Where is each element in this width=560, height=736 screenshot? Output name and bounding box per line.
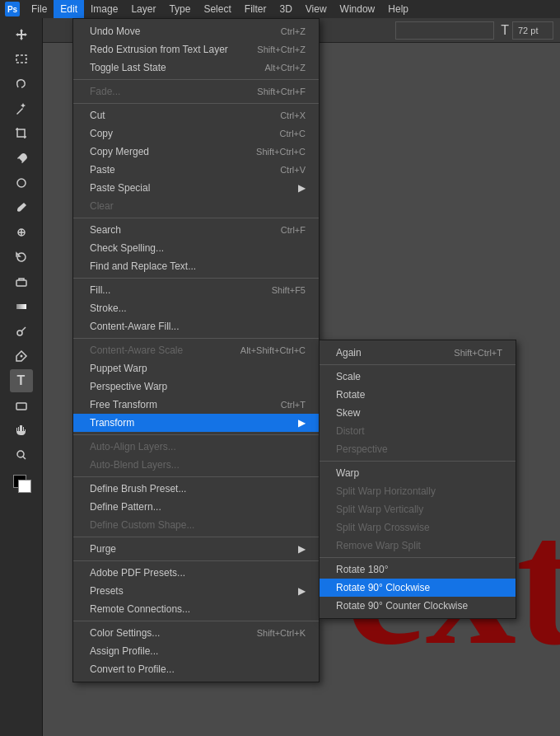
menu-define-brush[interactable]: Define Brush Preset... bbox=[73, 480, 319, 498]
svg-point-1 bbox=[17, 179, 26, 187]
transform-rotate-90ccw[interactable]: Rotate 90° Counter Clockwise bbox=[320, 597, 516, 615]
tool-hand[interactable] bbox=[10, 419, 33, 442]
menu-search[interactable]: Search Ctrl+F bbox=[73, 221, 319, 239]
menu-toggle-last-state[interactable]: Toggle Last State Alt+Ctrl+Z bbox=[73, 59, 319, 77]
transform-distort[interactable]: Distort bbox=[320, 422, 516, 440]
transform-warp[interactable]: Warp bbox=[320, 464, 516, 482]
menu-3d[interactable]: 3D bbox=[273, 0, 298, 18]
tool-magic-wand[interactable] bbox=[10, 97, 33, 120]
menu-content-aware-fill[interactable]: Content-Aware Fill... bbox=[73, 317, 319, 335]
tool-healing[interactable] bbox=[10, 171, 33, 195]
menu-select[interactable]: Select bbox=[197, 0, 237, 18]
tool-history[interactable] bbox=[10, 246, 33, 269]
menu-redo[interactable]: Redo Extrusion from Text Layer Shift+Ctr… bbox=[73, 40, 319, 59]
sep6 bbox=[73, 434, 319, 435]
menu-edit[interactable]: Edit bbox=[54, 0, 84, 18]
menu-fade[interactable]: Fade... Shift+Ctrl+F bbox=[73, 82, 319, 101]
menu-filter[interactable]: Filter bbox=[238, 0, 273, 18]
transform-again[interactable]: Again Shift+Ctrl+T bbox=[320, 344, 516, 362]
bg-color[interactable] bbox=[18, 480, 31, 493]
menu-copy-merged[interactable]: Copy Merged Shift+Ctrl+C bbox=[73, 143, 319, 161]
menu-remote-connections[interactable]: Remote Connections... bbox=[73, 600, 319, 618]
dropdown-container: Undo Move Ctrl+Z Redo Extrusion from Tex… bbox=[72, 18, 320, 682]
svg-rect-3 bbox=[16, 280, 26, 286]
ps-logo: Ps bbox=[3, 0, 21, 18]
transform-rotate-180[interactable]: Rotate 180° bbox=[320, 560, 516, 579]
tool-lasso[interactable] bbox=[10, 73, 33, 96]
menu-stroke[interactable]: Stroke... bbox=[73, 299, 319, 317]
tool-gradient[interactable] bbox=[10, 295, 33, 318]
tool-eraser[interactable] bbox=[10, 270, 33, 293]
menu-define-pattern[interactable]: Define Pattern... bbox=[73, 498, 319, 516]
tool-text[interactable]: T bbox=[10, 369, 33, 392]
menu-image[interactable]: Image bbox=[84, 0, 124, 18]
sep2 bbox=[73, 103, 319, 104]
menu-layer[interactable]: Layer bbox=[124, 0, 162, 18]
tool-shape[interactable] bbox=[10, 394, 33, 417]
transform-perspective[interactable]: Perspective bbox=[320, 440, 516, 458]
menu-purge[interactable]: Purge ▶ bbox=[73, 540, 319, 558]
tool-clone[interactable] bbox=[10, 221, 33, 244]
menu-window[interactable]: Window bbox=[334, 0, 382, 18]
menu-find-replace[interactable]: Find and Replace Text... bbox=[73, 257, 319, 275]
svg-point-6 bbox=[20, 355, 22, 358]
menu-assign-profile[interactable]: Assign Profile... bbox=[73, 642, 319, 660]
transform-rotate-90cw[interactable]: Rotate 90° Clockwise bbox=[320, 579, 516, 597]
sep10 bbox=[73, 621, 319, 621]
tool-eyedropper[interactable] bbox=[10, 147, 33, 170]
tool-move[interactable] bbox=[10, 23, 33, 46]
menu-color-settings[interactable]: Color Settings... Shift+Ctrl+K bbox=[73, 624, 319, 642]
menu-clear[interactable]: Clear bbox=[73, 197, 319, 215]
menu-undo[interactable]: Undo Move Ctrl+Z bbox=[73, 22, 319, 40]
menu-view[interactable]: View bbox=[299, 0, 334, 18]
menu-convert-profile[interactable]: Convert to Profile... bbox=[73, 660, 319, 678]
menu-type[interactable]: Type bbox=[162, 0, 197, 18]
menu-file[interactable]: File bbox=[25, 0, 54, 18]
svg-rect-0 bbox=[16, 55, 26, 63]
transform-scale[interactable]: Scale bbox=[320, 368, 516, 386]
menu-puppet-warp[interactable]: Puppet Warp bbox=[73, 359, 319, 377]
sep3 bbox=[73, 218, 319, 218]
svg-rect-7 bbox=[16, 403, 26, 410]
sep9 bbox=[73, 560, 319, 561]
transform-split-warp-h[interactable]: Split Warp Horizontally bbox=[320, 482, 516, 500]
tool-zoom[interactable] bbox=[10, 443, 33, 466]
menu-define-shape[interactable]: Define Custom Shape... bbox=[73, 516, 319, 534]
menu-presets[interactable]: Presets ▶ bbox=[73, 582, 319, 600]
menu-auto-align[interactable]: Auto-Align Layers... bbox=[73, 438, 319, 456]
ps-icon: Ps bbox=[5, 2, 20, 16]
tool-pen[interactable] bbox=[10, 345, 33, 368]
menu-adobe-pdf[interactable]: Adobe PDF Presets... bbox=[73, 564, 319, 582]
menu-help[interactable]: Help bbox=[381, 0, 415, 18]
tsep3 bbox=[320, 557, 516, 558]
menu-fill[interactable]: Fill... Shift+F5 bbox=[73, 281, 319, 299]
tool-brush[interactable] bbox=[10, 196, 33, 219]
sep5 bbox=[73, 338, 319, 339]
transform-remove-warp-split[interactable]: Remove Warp Split bbox=[320, 537, 516, 555]
tool-dodge[interactable] bbox=[10, 320, 33, 343]
menu-content-aware-scale[interactable]: Content-Aware Scale Alt+Shift+Ctrl+C bbox=[73, 341, 319, 359]
fg-bg-colors[interactable] bbox=[10, 471, 33, 495]
tool-crop[interactable] bbox=[10, 122, 33, 145]
font-selector[interactable] bbox=[395, 21, 494, 40]
menu-auto-blend[interactable]: Auto-Blend Layers... bbox=[73, 456, 319, 474]
tool-marquee[interactable] bbox=[10, 48, 33, 71]
menu-cut[interactable]: Cut Ctrl+X bbox=[73, 106, 319, 124]
svg-point-5 bbox=[17, 330, 22, 335]
transform-submenu: Again Shift+Ctrl+T Scale Rotate Skew Dis… bbox=[319, 340, 516, 619]
transform-split-warp-v[interactable]: Split Warp Vertically bbox=[320, 500, 516, 518]
menu-transform[interactable]: Transform ▶ bbox=[73, 414, 319, 432]
transform-rotate[interactable]: Rotate bbox=[320, 386, 516, 404]
menu-perspective-warp[interactable]: Perspective Warp bbox=[73, 377, 319, 396]
menu-copy[interactable]: Copy Ctrl+C bbox=[73, 124, 319, 143]
menu-bar: Ps File Edit Image Layer Type Select Fil… bbox=[0, 0, 560, 18]
menu-check-spelling[interactable]: Check Spelling... bbox=[73, 239, 319, 257]
menu-paste-special[interactable]: Paste Special ▶ bbox=[73, 179, 319, 197]
transform-skew[interactable]: Skew bbox=[320, 404, 516, 422]
menu-free-transform[interactable]: Free Transform Ctrl+T bbox=[73, 396, 319, 414]
transform-split-warp-cross[interactable]: Split Warp Crosswise bbox=[320, 518, 516, 537]
menu-paste[interactable]: Paste Ctrl+V bbox=[73, 161, 319, 179]
tsep1 bbox=[320, 364, 516, 365]
svg-point-8 bbox=[17, 451, 24, 457]
font-size-input[interactable]: 72 pt bbox=[512, 21, 553, 40]
